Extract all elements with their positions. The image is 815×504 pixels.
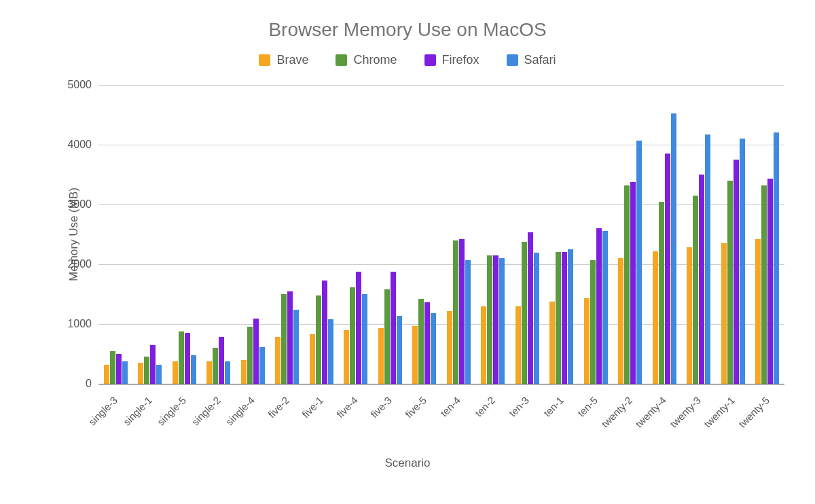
bar bbox=[225, 361, 230, 384]
bar bbox=[630, 182, 636, 384]
bar bbox=[693, 196, 698, 384]
legend: BraveChromeFirefoxSafari bbox=[0, 53, 815, 67]
legend-swatch bbox=[336, 54, 347, 66]
bar bbox=[618, 258, 623, 384]
gridline bbox=[98, 145, 784, 145]
bar bbox=[481, 306, 486, 384]
bar bbox=[447, 311, 452, 384]
bar bbox=[515, 306, 521, 384]
bar-group bbox=[583, 228, 609, 384]
bar bbox=[659, 202, 664, 384]
legend-label: Firefox bbox=[442, 53, 479, 67]
gridline bbox=[98, 324, 784, 325]
bar-group bbox=[412, 299, 438, 384]
bar-group bbox=[171, 331, 198, 384]
bar bbox=[761, 185, 767, 384]
bar bbox=[740, 139, 745, 384]
bar bbox=[281, 294, 287, 384]
bar bbox=[275, 337, 280, 384]
bar bbox=[247, 327, 253, 384]
bar bbox=[253, 319, 259, 384]
bar bbox=[493, 255, 499, 384]
bar bbox=[144, 357, 149, 384]
bar bbox=[522, 242, 527, 384]
bar-group bbox=[343, 272, 369, 384]
bar bbox=[699, 175, 704, 384]
bar bbox=[727, 181, 733, 384]
bar-group bbox=[651, 113, 678, 384]
bar bbox=[179, 331, 184, 384]
bar bbox=[528, 232, 533, 384]
bar bbox=[534, 253, 539, 384]
bar bbox=[316, 295, 321, 384]
bar bbox=[206, 361, 212, 384]
bar-group bbox=[617, 141, 644, 384]
bar bbox=[556, 252, 561, 384]
plot-area: 010002000300040005000 bbox=[98, 85, 784, 384]
legend-swatch bbox=[259, 54, 270, 66]
bar bbox=[755, 239, 761, 384]
bar-group bbox=[720, 139, 746, 384]
y-tick-label: 1000 bbox=[67, 318, 98, 330]
bar bbox=[418, 299, 424, 384]
bar-group bbox=[308, 281, 335, 384]
bar bbox=[219, 337, 224, 384]
bar bbox=[191, 355, 196, 384]
bar-group bbox=[480, 255, 507, 384]
bar bbox=[636, 141, 642, 384]
chart-container: Browser Memory Use on MacOS BraveChromeF… bbox=[0, 0, 815, 504]
legend-label: Safari bbox=[524, 53, 556, 67]
bar-group bbox=[240, 319, 266, 384]
bar bbox=[173, 361, 178, 384]
bar bbox=[156, 365, 162, 384]
bar-group bbox=[137, 345, 164, 384]
bar bbox=[328, 319, 333, 384]
legend-item: Brave bbox=[259, 53, 308, 67]
gridline bbox=[98, 204, 784, 205]
bar bbox=[453, 240, 458, 384]
bar bbox=[322, 281, 327, 384]
bar bbox=[350, 287, 355, 384]
bar bbox=[774, 132, 779, 384]
legend-label: Brave bbox=[276, 53, 308, 67]
bar bbox=[499, 258, 505, 384]
bar bbox=[397, 316, 402, 384]
bar bbox=[356, 272, 361, 384]
y-tick-label: 5000 bbox=[67, 79, 98, 91]
bar bbox=[185, 333, 190, 384]
bar bbox=[721, 243, 727, 384]
bar bbox=[465, 260, 471, 384]
bar bbox=[568, 249, 573, 384]
bar-group bbox=[377, 272, 403, 384]
bar bbox=[424, 302, 430, 384]
bar bbox=[590, 260, 596, 384]
x-axis-label: Scenario bbox=[0, 456, 815, 470]
bar bbox=[213, 348, 218, 384]
bar bbox=[487, 255, 492, 384]
bar bbox=[104, 365, 109, 384]
bar bbox=[259, 347, 265, 384]
bar bbox=[767, 179, 773, 384]
bar bbox=[671, 113, 676, 384]
legend-swatch bbox=[424, 54, 436, 66]
bar bbox=[584, 298, 590, 384]
gridline bbox=[98, 85, 784, 86]
bar bbox=[459, 239, 465, 384]
chart-title: Browser Memory Use on MacOS bbox=[0, 19, 815, 41]
bar bbox=[110, 351, 115, 384]
bar-group bbox=[206, 337, 232, 384]
bar bbox=[378, 328, 384, 384]
bar bbox=[150, 345, 156, 384]
bar-group bbox=[549, 249, 575, 384]
bar bbox=[287, 291, 293, 384]
bar-group bbox=[514, 232, 541, 384]
bar-group bbox=[755, 132, 781, 384]
bar bbox=[687, 247, 692, 384]
bar bbox=[734, 160, 739, 384]
bar bbox=[384, 289, 390, 384]
y-tick-label: 4000 bbox=[67, 139, 98, 151]
bar bbox=[665, 154, 670, 384]
bar-group bbox=[686, 134, 712, 384]
bar-group bbox=[103, 351, 129, 384]
bar bbox=[344, 330, 349, 384]
